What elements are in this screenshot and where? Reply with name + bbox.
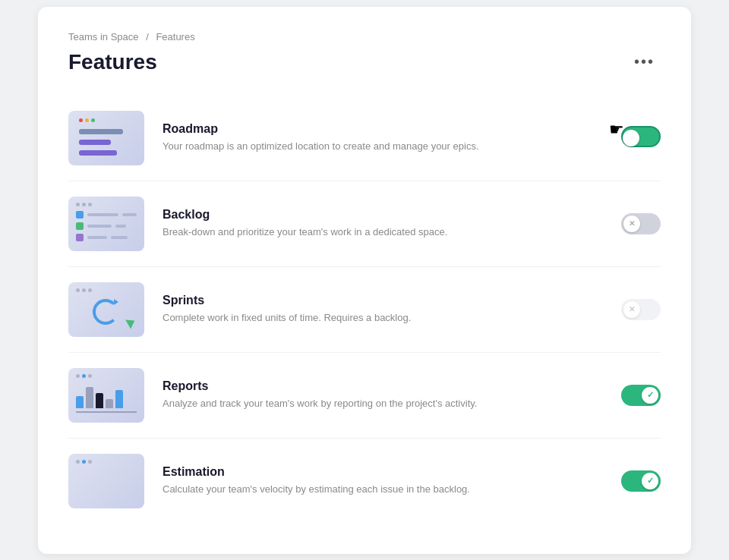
toggle-wrapper-roadmap: ☛: [621, 126, 661, 147]
line1: [87, 213, 118, 216]
reports-baseline: [76, 411, 137, 413]
feature-row-sprints: Sprints Complete work in fixed units of …: [68, 267, 661, 353]
toggle-estimation[interactable]: ✓: [621, 470, 661, 492]
sq-blue: [76, 211, 84, 219]
breadcrumb-part1[interactable]: Teams in Space: [68, 31, 139, 42]
toggle-sprints[interactable]: ✕: [621, 299, 661, 320]
dot-yellow: [85, 118, 89, 122]
rep-dot2: [82, 374, 86, 378]
main-card: Teams in Space / Features Features ••• R…: [38, 7, 691, 554]
bar-short: [79, 150, 117, 156]
feature-icon-reports: [68, 368, 144, 423]
page-header: Features •••: [68, 50, 661, 74]
line4: [115, 225, 126, 228]
backlog-row1: [76, 211, 137, 219]
bar-col5: [115, 390, 123, 408]
feature-desc-reports: Analyze and track your team's work by re…: [163, 396, 603, 411]
feature-toggle-roadmap: ☛: [621, 126, 661, 150]
feature-name-roadmap: Roadmap: [163, 122, 603, 136]
dot1: [76, 203, 80, 206]
toggle-knob-estimation: ✓: [642, 473, 658, 489]
feature-info-backlog: Backlog Break-down and prioritize your t…: [163, 208, 603, 240]
sq-green: [76, 222, 84, 230]
feature-row-roadmap: Roadmap Your roadmap is an optimized loc…: [68, 96, 661, 181]
dot3: [88, 203, 92, 206]
toggle-knob-roadmap: [623, 130, 639, 146]
bar-col2: [86, 387, 93, 408]
toggle-check-icon: ✓: [647, 390, 654, 400]
sq-purple: [76, 234, 84, 241]
bar-col1: [76, 396, 84, 408]
toggle-knob-sprints: ✕: [623, 301, 640, 318]
line2: [122, 213, 137, 216]
green-arrow: [125, 316, 137, 329]
feature-row-reports: Reports Analyze and track your team's wo…: [68, 353, 661, 439]
feature-toggle-sprints: ✕: [621, 299, 661, 320]
sprint-dot3: [88, 288, 92, 292]
breadcrumb-sep: /: [146, 31, 149, 42]
line5: [87, 236, 107, 239]
feature-info-estimation: Estimation Calculate your team's velocit…: [163, 465, 603, 497]
feature-name-sprints: Sprints: [163, 294, 603, 307]
feature-row-estimation: Estimation Calculate your team's velocit…: [68, 439, 661, 524]
bar-col4: [106, 399, 113, 408]
feature-toggle-reports: ✓: [621, 385, 661, 406]
page-title: Features: [68, 50, 157, 74]
toggle-x-icon: ✕: [629, 219, 635, 228]
est-dot3: [88, 460, 92, 464]
dot2: [82, 203, 86, 206]
more-options-button[interactable]: •••: [628, 50, 661, 74]
dot-green: [91, 118, 95, 122]
backlog-row3: [76, 234, 137, 241]
toggle-check-est: ✓: [647, 476, 654, 486]
bar-col3: [96, 393, 103, 408]
backlog-row2: [76, 222, 137, 230]
feature-desc-backlog: Break-down and prioritize your team's wo…: [163, 225, 603, 240]
line3: [87, 225, 112, 228]
feature-toggle-estimation: ✓: [621, 470, 661, 492]
breadcrumb: Teams in Space / Features: [68, 31, 661, 42]
sprint-circle: [93, 299, 120, 326]
cursor-icon: ☛: [609, 120, 624, 140]
rep-dot1: [76, 374, 80, 378]
feature-icon-roadmap: [68, 111, 144, 165]
feature-row-backlog: Backlog Break-down and prioritize your t…: [68, 181, 661, 267]
feature-desc-roadmap: Your roadmap is an optimized location to…: [163, 139, 603, 154]
arrow-circle: [93, 299, 118, 325]
sprint-dot1: [76, 288, 80, 292]
toggle-reports[interactable]: ✓: [621, 385, 661, 406]
reports-bars: [76, 382, 137, 410]
feature-info-reports: Reports Analyze and track your team's wo…: [163, 379, 603, 411]
feature-desc-estimation: Calculate your team's velocity by estima…: [163, 482, 603, 497]
toggle-knob-reports: ✓: [642, 387, 658, 404]
toggle-backlog[interactable]: ✕: [621, 213, 661, 234]
feature-name-backlog: Backlog: [163, 208, 603, 222]
feature-icon-sprints: [68, 282, 144, 337]
feature-info-sprints: Sprints Complete work in fixed units of …: [163, 294, 603, 326]
feature-icon-estimation: [68, 454, 144, 508]
feature-name-reports: Reports: [163, 379, 603, 393]
line6: [111, 236, 128, 239]
arrow-tip: [114, 299, 118, 305]
breadcrumb-part2[interactable]: Features: [156, 31, 194, 42]
feature-name-estimation: Estimation: [163, 465, 603, 479]
sprint-dot2: [82, 288, 86, 292]
est-dot1: [76, 460, 80, 464]
feature-icon-backlog: [68, 197, 144, 251]
toggle-roadmap[interactable]: ☛: [621, 126, 661, 147]
est-dot2: [82, 460, 86, 464]
rep-dot3: [88, 374, 92, 378]
toggle-knob-backlog: ✕: [623, 216, 640, 232]
feature-toggle-backlog: ✕: [621, 213, 661, 234]
bar-mid: [79, 140, 111, 145]
bar-long: [79, 129, 123, 134]
feature-desc-sprints: Complete work in fixed units of time. Re…: [163, 310, 603, 326]
feature-info-roadmap: Roadmap Your roadmap is an optimized loc…: [163, 122, 603, 154]
toggle-disabled-x: ✕: [629, 305, 635, 313]
dot-red: [79, 118, 83, 122]
